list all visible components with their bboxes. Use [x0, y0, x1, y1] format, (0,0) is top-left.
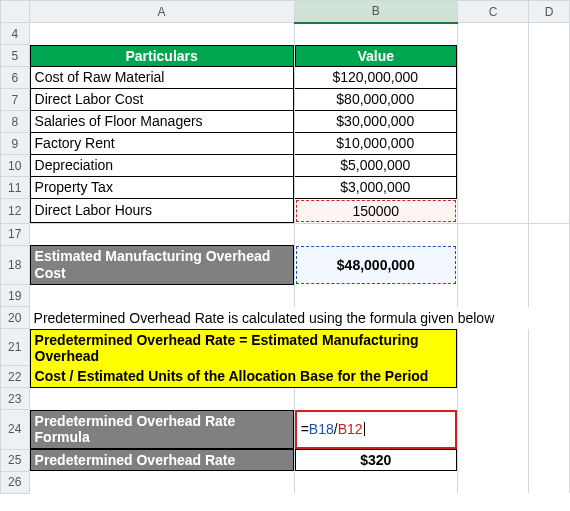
cell-B9[interactable]: $10,000,000 [294, 133, 457, 155]
cell-A19[interactable] [29, 285, 294, 307]
col-header-C[interactable]: C [457, 1, 528, 23]
value: $80,000,000 [295, 89, 457, 111]
cell-B5[interactable]: Value [294, 45, 457, 67]
row-header-11[interactable]: 11 [1, 177, 30, 199]
cell-A23[interactable] [29, 388, 294, 410]
cell-D21[interactable] [529, 329, 570, 366]
cell-B26[interactable] [294, 471, 457, 493]
select-all-corner[interactable] [1, 1, 30, 23]
row-header-17[interactable]: 17 [1, 223, 30, 245]
col-header-A[interactable]: A [29, 1, 294, 23]
cell-D19[interactable] [529, 285, 570, 307]
cell-C23[interactable] [457, 388, 528, 410]
cell-D22[interactable] [529, 366, 570, 388]
cell-D23[interactable] [529, 388, 570, 410]
cell-D24[interactable] [529, 410, 570, 450]
formula-edit-box[interactable]: =B18/B12 [295, 410, 457, 450]
cell-D17[interactable] [529, 223, 570, 245]
cell-A7[interactable]: Direct Labor Cost [29, 89, 294, 111]
cell-C8[interactable] [457, 111, 528, 133]
rate-formula-label: Predetermined Overhead Rate Formula [30, 410, 294, 450]
cell-D10[interactable] [529, 155, 570, 177]
cell-D11[interactable] [529, 177, 570, 199]
cell-A11[interactable]: Property Tax [29, 177, 294, 199]
row-header-9[interactable]: 9 [1, 133, 30, 155]
cell-D8[interactable] [529, 111, 570, 133]
cell-A8[interactable]: Salaries of Floor Managers [29, 111, 294, 133]
cell-A12[interactable]: Direct Labor Hours [29, 199, 294, 224]
row-header-19[interactable]: 19 [1, 285, 30, 307]
cell-A6[interactable]: Cost of Raw Material [29, 67, 294, 89]
cell-C9[interactable] [457, 133, 528, 155]
cell-C7[interactable] [457, 89, 528, 111]
cell-C25[interactable] [457, 449, 528, 471]
cell-B19[interactable] [294, 285, 457, 307]
cell-B12[interactable]: 150000 [294, 199, 457, 224]
cell-B6[interactable]: $120,000,000 [294, 67, 457, 89]
cell-A22[interactable]: Cost / Estimated Units of the Allocation… [29, 366, 457, 388]
cell-A4[interactable] [29, 23, 294, 45]
cell-D4[interactable] [529, 23, 570, 45]
row-header-7[interactable]: 7 [1, 89, 30, 111]
cell-C19[interactable] [457, 285, 528, 307]
col-header-D[interactable]: D [529, 1, 570, 23]
cell-D9[interactable] [529, 133, 570, 155]
row-header-6[interactable]: 6 [1, 67, 30, 89]
cell-A5[interactable]: Particulars [29, 45, 294, 67]
col-header-B[interactable]: B [294, 1, 457, 23]
cell-C10[interactable] [457, 155, 528, 177]
row-header-24[interactable]: 24 [1, 410, 30, 450]
spreadsheet-grid[interactable]: A B C D 4 5 Particulars Value 6 Cost of … [0, 0, 570, 494]
cell-D12[interactable] [529, 199, 570, 224]
cell-A24[interactable]: Predetermined Overhead Rate Formula [29, 410, 294, 450]
cell-A21[interactable]: Predetermined Overhead Rate = Estimated … [29, 329, 457, 366]
row-header-23[interactable]: 23 [1, 388, 30, 410]
cell-B11[interactable]: $3,000,000 [294, 177, 457, 199]
cell-A18[interactable]: Estimated Manufacturing Overhead Cost [29, 245, 294, 285]
row-header-5[interactable]: 5 [1, 45, 30, 67]
cell-D18[interactable] [529, 245, 570, 285]
cell-D7[interactable] [529, 89, 570, 111]
row-header-26[interactable]: 26 [1, 471, 30, 493]
row-header-18[interactable]: 18 [1, 245, 30, 285]
cell-C22[interactable] [457, 366, 528, 388]
cell-D26[interactable] [529, 471, 570, 493]
cell-C26[interactable] [457, 471, 528, 493]
row-header-8[interactable]: 8 [1, 111, 30, 133]
label: Direct Labor Cost [30, 89, 294, 111]
cell-B7[interactable]: $80,000,000 [294, 89, 457, 111]
cell-C17[interactable] [457, 223, 528, 245]
cell-A10[interactable]: Depreciation [29, 155, 294, 177]
cell-A20[interactable]: Predetermined Overhead Rate is calculate… [29, 307, 569, 329]
row-header-10[interactable]: 10 [1, 155, 30, 177]
cell-D6[interactable] [529, 67, 570, 89]
cell-B17[interactable] [294, 223, 457, 245]
row-header-25[interactable]: 25 [1, 449, 30, 471]
cell-C5[interactable] [457, 45, 528, 67]
cell-B18[interactable]: $48,000,000 [294, 245, 457, 285]
cell-D5[interactable] [529, 45, 570, 67]
cell-B10[interactable]: $5,000,000 [294, 155, 457, 177]
cell-A26[interactable] [29, 471, 294, 493]
row-header-4[interactable]: 4 [1, 23, 30, 45]
cell-D25[interactable] [529, 449, 570, 471]
cell-C11[interactable] [457, 177, 528, 199]
cell-C12[interactable] [457, 199, 528, 224]
row-header-21[interactable]: 21 [1, 329, 30, 366]
cell-B23[interactable] [294, 388, 457, 410]
cell-C18[interactable] [457, 245, 528, 285]
cell-B8[interactable]: $30,000,000 [294, 111, 457, 133]
cell-A17[interactable] [29, 223, 294, 245]
cell-C6[interactable] [457, 67, 528, 89]
row-header-12[interactable]: 12 [1, 199, 30, 224]
cell-B25[interactable]: $320 [294, 449, 457, 471]
cell-C24[interactable] [457, 410, 528, 450]
cell-B4[interactable] [294, 23, 457, 45]
cell-A9[interactable]: Factory Rent [29, 133, 294, 155]
cell-C4[interactable] [457, 23, 528, 45]
cell-C21[interactable] [457, 329, 528, 366]
row-header-20[interactable]: 20 [1, 307, 30, 329]
cell-B24[interactable]: =B18/B12 [294, 410, 457, 450]
row-header-22[interactable]: 22 [1, 366, 30, 388]
cell-A25[interactable]: Predetermined Overhead Rate [29, 449, 294, 471]
